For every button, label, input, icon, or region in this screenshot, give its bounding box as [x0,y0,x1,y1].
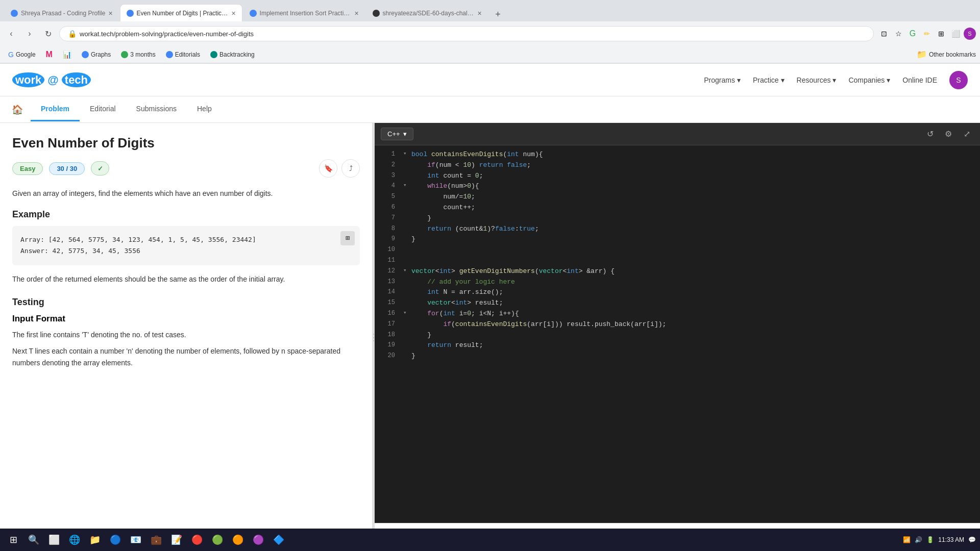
bookmark-google[interactable]: G Google [4,49,40,60]
bookmark-graphs[interactable]: Graphs [78,50,115,59]
bookmark-2[interactable]: M [42,49,57,60]
taskbar-task-view[interactable]: ⬜ [45,531,63,549]
profile-icon[interactable]: S [964,28,976,40]
grammarly-icon[interactable]: G [906,28,919,40]
logo-tech: tech [62,72,91,87]
nav-resources[interactable]: Resources ▾ [797,76,837,84]
tab-close-2[interactable]: × [231,9,235,17]
taskbar-onenote[interactable]: 📝 [167,531,186,549]
taskbar-icon-8[interactable]: 🟣 [249,531,267,549]
lock-icon: 🔒 [68,30,77,38]
taskbar-icon-5[interactable]: 🔴 [188,531,206,549]
star-icon[interactable]: ☆ [892,28,904,40]
bookmark-editorials[interactable]: Editorials [162,50,204,59]
url-bar[interactable]: 🔒 workat.tech/problem-solving/practice/e… [59,26,874,41]
taskbar-search[interactable]: 🔍 [24,531,43,549]
other-bookmarks-label: Other bookmarks [929,51,976,58]
taskbar-notification[interactable]: 💬 [968,536,976,543]
nav-companies[interactable]: Companies ▾ [848,76,890,84]
bookmark-dot-backtracking [210,51,217,58]
user-avatar[interactable]: S [949,71,968,89]
tab-editorial[interactable]: Editorial [80,97,126,121]
reset-button[interactable]: ↺ [923,127,937,141]
forward-button[interactable]: › [22,27,37,41]
nav-online-ide[interactable]: Online IDE [902,76,937,84]
other-bookmarks[interactable]: 📁 Other bookmarks [917,49,976,59]
nav-programs-label: Programs [704,76,735,84]
code-line-7: 7 } [375,213,980,224]
taskbar-edge[interactable]: 🌐 [65,531,84,549]
score-badge: 30 / 30 [49,162,85,175]
line-number-17: 17 [379,319,395,330]
tab-close-1[interactable]: × [108,9,112,17]
line-content-7: } [411,213,431,224]
bookmark-3[interactable]: 📊 [59,49,76,60]
bookmark-backtracking[interactable]: Backtracking [206,50,259,59]
example-answer: Answer: 42, 5775, 34, 45, 3556 [20,245,352,257]
bookmark-3months[interactable]: 3 months [117,50,159,59]
app-header: work@tech Programs ▾ Practice ▾ Resource… [0,64,980,96]
taskbar-icon-6[interactable]: 🟢 [208,531,227,549]
nav-programs[interactable]: Programs ▾ [704,76,741,84]
copy-button[interactable]: ⊞ [340,231,355,245]
tab-submissions[interactable]: Submissions [126,97,187,121]
nav-companies-chevron: ▾ [887,76,890,84]
extension-icon-2[interactable]: ⊞ [935,28,947,40]
fullscreen-button[interactable]: ⤢ [960,127,974,141]
back-button[interactable]: ‹ [4,27,18,41]
share-button[interactable]: ⤴ [341,159,360,178]
nav-practice[interactable]: Practice ▾ [753,76,785,84]
taskbar-teams[interactable]: 💼 [147,531,165,549]
logo-work: work [12,72,44,87]
taskbar-explorer[interactable]: 📁 [86,531,104,549]
reload-button[interactable]: ↻ [41,27,55,41]
input-desc-1: The first line contains 'T' denoting the… [12,329,360,340]
new-tab-button[interactable]: + [491,7,505,21]
cast-icon[interactable]: ⊡ [878,28,890,40]
taskbar-icon-9[interactable]: 🔷 [270,531,288,549]
line-fold-2 [403,160,409,171]
logo[interactable]: work@tech [12,73,91,87]
line-number-16: 16 [379,309,395,319]
line-content-17: if(containsEvenDigits(arr[i])) result.pu… [411,319,666,330]
testing-title: Testing [12,297,360,308]
code-editor[interactable]: 1▾bool containsEvenDigits(int num){2 if(… [375,145,980,523]
tab-help-label: Help [197,105,212,113]
browser-tab-2[interactable]: Even Number of Digits | Practice... × [120,4,242,21]
tab-problem[interactable]: Problem [31,97,80,121]
line-number-5: 5 [379,192,395,203]
taskbar-icon-7[interactable]: 🟠 [229,531,247,549]
settings-button[interactable]: ⚙ [941,127,955,141]
nav-practice-label: Practice [753,76,779,84]
tab-help[interactable]: Help [187,97,222,121]
home-button[interactable]: 🏠 [8,101,27,119]
tab-close-3[interactable]: × [354,9,358,17]
bookmark-button[interactable]: 🔖 [319,159,337,178]
taskbar-network-icon: 📶 [903,536,911,543]
tab-title-1: Shreya Prasad - Coding Profile [21,10,105,17]
meta-actions: 🔖 ⤴ [319,159,360,178]
line-fold-11 [403,256,409,266]
language-selector[interactable]: C++ ▾ [381,128,413,140]
tab-problem-label: Problem [41,105,69,113]
extension-icon-1[interactable]: ✏ [921,28,933,40]
start-button[interactable]: ⊞ [4,531,22,549]
line-content-3: int count = 0; [411,171,483,182]
tab-bar: Shreya Prasad - Coding Profile × Even Nu… [0,0,980,21]
line-content-16: for(int i=0; i<N; i++){ [411,309,519,319]
line-fold-3 [403,171,409,182]
taskbar-outlook[interactable]: 📧 [127,531,145,549]
browser-tab-1[interactable]: Shreya Prasad - Coding Profile × [4,4,119,21]
browser-tab-4[interactable]: shreyateeza/SDE-60-days-challe... × [366,4,488,21]
extension-icon-3[interactable]: ⬜ [949,28,962,40]
line-content-20: } [411,351,415,362]
line-content-1: bool containsEvenDigits(int num){ [411,149,543,160]
tab-close-4[interactable]: × [477,9,481,17]
line-number-12: 12 [379,266,395,277]
code-line-9: 9 } [375,234,980,245]
code-line-12: 12▾vector<int> getEvenDigitNumbers(vecto… [375,266,980,277]
editor-actions: ↺ ⚙ ⤢ [923,127,974,141]
browser-tab-3[interactable]: Implement Insertion Sort Practice... × [243,4,365,21]
taskbar-chrome[interactable]: 🔵 [106,531,125,549]
bookmark-dot-editorials [166,51,173,58]
